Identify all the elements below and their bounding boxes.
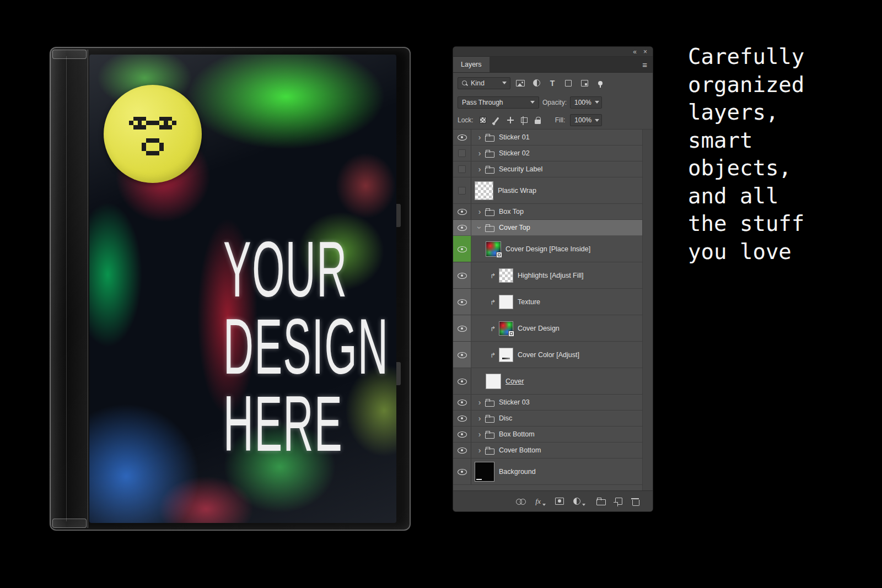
layer-thumbnail[interactable] [486, 374, 501, 389]
visibility-toggle[interactable] [453, 315, 471, 341]
caption-line: you love [688, 238, 804, 266]
layer-name[interactable]: Cover Bottom [499, 446, 541, 454]
panel-menu-icon[interactable]: ≡ [637, 57, 653, 72]
lock-all-button[interactable] [534, 116, 542, 125]
cover-title-line: HERE [223, 384, 389, 494]
cover-title-line: YOUR [223, 230, 389, 339]
layer-row-sticker-01[interactable]: › Sticker 01 [453, 130, 642, 145]
visibility-toggle[interactable] [453, 262, 471, 288]
new-group-button[interactable] [595, 496, 606, 507]
layer-filter-row: Kind T [453, 73, 653, 93]
opacity-input[interactable]: 100% [570, 96, 602, 109]
filter-adjustment-button[interactable] [530, 78, 542, 88]
visibility-toggle[interactable] [453, 395, 471, 410]
lock-position-button[interactable] [506, 116, 515, 125]
filter-image-button[interactable] [514, 78, 526, 88]
layer-thumbnail[interactable] [499, 321, 513, 336]
visibility-toggle[interactable] [453, 177, 471, 203]
layer-name[interactable]: Cover Color [Adjust] [518, 351, 579, 359]
visibility-toggle[interactable] [453, 427, 471, 442]
visibility-toggle[interactable] [453, 411, 471, 426]
layer-name[interactable]: Cover [505, 377, 524, 385]
layer-row-cover-design[interactable]: ↳ Cover Design [453, 315, 642, 342]
layer-row-sticker-02[interactable]: › Sticker 02 [453, 145, 642, 161]
layer-row-cover-bottom[interactable]: › Cover Bottom [453, 443, 642, 458]
layer-row-cover-color-adjust[interactable]: ↳ Cover Color [Adjust] [453, 342, 642, 368]
chevron-right-icon[interactable]: › [476, 446, 483, 454]
visibility-toggle[interactable] [453, 289, 471, 315]
layer-name[interactable]: Highlights [Adjust Fill] [518, 272, 584, 279]
link-layers-button[interactable] [516, 496, 526, 507]
blend-mode-select[interactable]: Pass Through [458, 96, 539, 109]
layer-thumbnail[interactable] [499, 268, 513, 283]
filter-shape-button[interactable] [562, 78, 574, 88]
layer-name[interactable]: Plastic Wrap [498, 187, 536, 195]
fill-input[interactable]: 100% [570, 114, 602, 126]
layer-row-plastic-wrap[interactable]: Plastic Wrap [453, 177, 642, 204]
visibility-toggle[interactable] [453, 443, 471, 458]
visibility-toggle[interactable] [453, 145, 471, 161]
visibility-toggle[interactable] [453, 130, 471, 145]
chevron-right-icon[interactable]: › [476, 430, 483, 438]
visibility-toggle[interactable] [453, 342, 471, 368]
layer-name[interactable]: Sticker 01 [499, 133, 530, 141]
layer-thumbnail[interactable] [475, 462, 494, 482]
filter-type-button[interactable]: T [546, 78, 558, 88]
layer-row-cover[interactable]: Cover [453, 368, 642, 395]
close-panel-icon[interactable]: × [643, 48, 647, 55]
new-layer-button[interactable] [615, 496, 622, 507]
layer-thumbnail[interactable] [499, 295, 513, 309]
visibility-toggle[interactable] [453, 236, 471, 262]
layer-name[interactable]: Sticker 02 [499, 149, 530, 157]
folder-icon [485, 208, 494, 215]
layer-row-disc[interactable]: › Disc [453, 411, 642, 427]
chevron-right-icon[interactable]: › [476, 414, 483, 422]
layer-row-cover-top[interactable]: › Cover Top [453, 220, 642, 236]
layer-thumbnail[interactable] [499, 348, 513, 362]
visibility-toggle[interactable] [453, 368, 471, 394]
chevron-right-icon[interactable]: › [476, 133, 483, 141]
layer-name[interactable]: Box Top [499, 208, 524, 215]
filter-toggle-button[interactable] [594, 78, 606, 88]
delete-layer-button[interactable] [632, 496, 638, 507]
layer-name[interactable]: Security Label [499, 165, 542, 173]
layer-row-sticker-03[interactable]: › Sticker 03 [453, 395, 642, 411]
layer-name[interactable]: Cover Design [518, 325, 560, 332]
lock-artboard-button[interactable] [520, 116, 529, 125]
layer-name[interactable]: Texture [518, 298, 540, 306]
layer-name[interactable]: Disc [499, 414, 512, 422]
tab-layers[interactable]: Layers [453, 57, 490, 72]
layer-row-cover-design-place-inside[interactable]: Cover Design [Place Inside] [453, 236, 642, 262]
layer-row-background[interactable]: Background [453, 458, 642, 485]
visibility-toggle[interactable] [453, 161, 471, 177]
chevron-down-icon[interactable]: › [476, 224, 483, 231]
lock-pixels-button[interactable] [492, 116, 501, 125]
layer-name[interactable]: Cover Design [Place Inside] [505, 245, 590, 253]
layer-thumbnail[interactable] [486, 241, 501, 257]
layer-thumbnail[interactable] [475, 181, 493, 200]
lock-transparency-button[interactable] [478, 116, 487, 125]
layer-row-security-label[interactable]: › Security Label [453, 161, 642, 177]
chevron-right-icon[interactable]: › [476, 149, 483, 157]
layer-row-box-bottom[interactable]: › Box Bottom [453, 427, 642, 443]
layer-style-button[interactable]: fx [535, 496, 546, 507]
layer-row-texture[interactable]: ↳ Texture [453, 289, 642, 315]
chevron-right-icon[interactable]: › [476, 208, 483, 215]
layer-name[interactable]: Cover Top [499, 224, 530, 231]
layer-row-highlights-adjust-fill[interactable]: ↳ Highlights [Adjust Fill] [453, 262, 642, 289]
layer-name[interactable]: Sticker 03 [499, 398, 530, 406]
new-adjustment-layer-button[interactable] [573, 496, 585, 507]
layer-name[interactable]: Box Bottom [499, 430, 535, 438]
add-mask-button[interactable] [555, 496, 564, 507]
layer-name[interactable]: Background [499, 468, 536, 476]
filter-kind-select[interactable]: Kind [458, 77, 510, 89]
chevron-right-icon[interactable]: › [476, 165, 483, 173]
visibility-toggle[interactable] [453, 220, 471, 235]
visibility-toggle[interactable] [453, 204, 471, 219]
visibility-toggle[interactable] [453, 458, 471, 484]
filter-smart-object-button[interactable] [578, 78, 590, 88]
scrollbar-track[interactable] [642, 130, 653, 490]
collapse-panel-icon[interactable]: « [633, 48, 637, 55]
layer-row-box-top[interactable]: › Box Top [453, 204, 642, 220]
chevron-right-icon[interactable]: › [476, 398, 483, 406]
